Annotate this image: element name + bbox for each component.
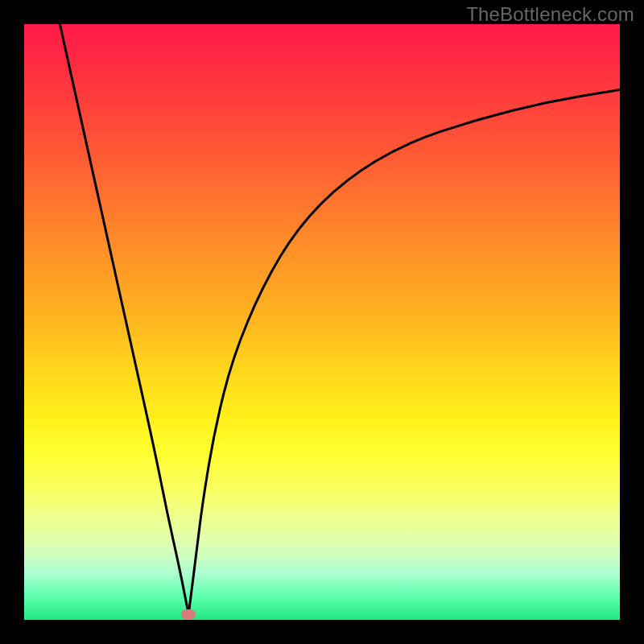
curve-svg (24, 24, 620, 620)
plot-area (24, 24, 620, 620)
chart-frame: TheBottleneck.com (0, 0, 644, 644)
minimum-marker (181, 609, 196, 619)
bottleneck-curve (60, 24, 620, 614)
watermark-text: TheBottleneck.com (466, 3, 634, 26)
